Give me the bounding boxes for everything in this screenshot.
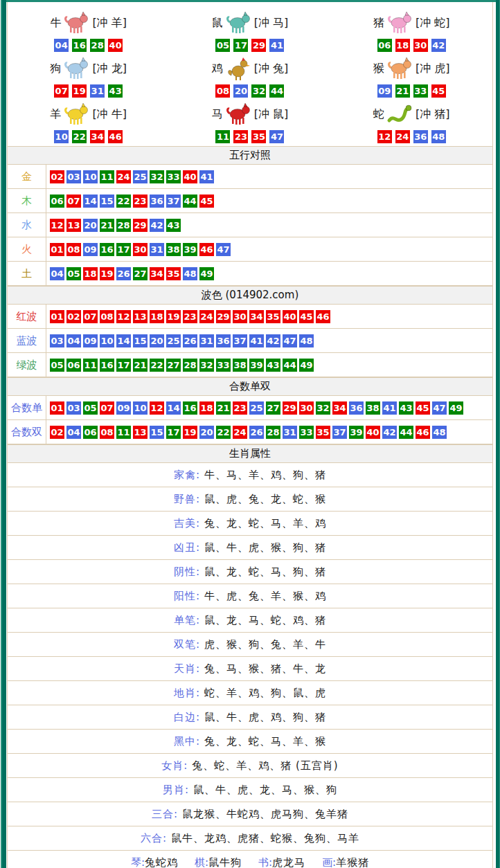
bose-row-numbers: 0102070812131819232429303435404546: [46, 305, 492, 328]
zodiac-cell: 鸡[冲 兔]08203244: [169, 53, 330, 99]
number-tile: 15: [150, 426, 164, 439]
monkey-icon: [386, 56, 414, 81]
number-tile: 42: [266, 334, 280, 347]
dog-icon: [63, 56, 91, 81]
number-tile: 05: [50, 359, 64, 372]
number-tile: 41: [269, 39, 284, 52]
attribute-label: 双笔:: [174, 638, 200, 651]
number-tile: 06: [83, 426, 98, 439]
attribute-row: 单笔: 鼠、龙、马、蛇、鸡、猪: [8, 608, 492, 633]
number-tile: 06: [50, 195, 64, 208]
qinqishuhua-label: 画:: [322, 856, 336, 868]
number-tile: 12: [50, 219, 64, 232]
number-tile: 46: [108, 130, 123, 143]
number-tile: 32: [199, 359, 214, 372]
number-tile: 33: [166, 170, 181, 183]
zodiac-clash: [冲 鼠]: [254, 107, 289, 122]
zodiac-name: 蛇: [373, 107, 384, 122]
number-tile: 41: [199, 170, 214, 183]
zodiac-icon-wrap: [386, 56, 414, 81]
attribute-value: 鼠、牛、虎、猴、狗、猪: [200, 541, 326, 554]
number-tile: 40: [183, 170, 197, 183]
number-tile: 39: [349, 426, 364, 439]
number-tile: 10: [100, 334, 114, 347]
attribute-value: 兔、龙、蛇、马、羊、猴: [200, 735, 326, 748]
number-tile: 07: [83, 310, 98, 323]
number-tile: 15: [100, 195, 114, 208]
number-tile: 17: [166, 426, 181, 439]
qinqishuhua-group: 画:羊猴猪: [322, 856, 369, 868]
zodiac-icon-wrap: [225, 10, 253, 35]
zodiac-numbers: 08203244: [215, 84, 284, 98]
zodiac-name: 牛: [50, 16, 61, 30]
number-tile: 48: [431, 130, 446, 143]
number-tile: 19: [166, 310, 181, 323]
number-tile: 13: [66, 219, 81, 232]
qinqishuhua-row: 琴:兔蛇鸡棋:鼠牛狗书:虎龙马画:羊猴猪: [8, 851, 492, 868]
number-tile: 33: [299, 426, 314, 439]
wuxing-row-label: 火: [21, 243, 32, 256]
number-tile: 10: [54, 130, 69, 143]
number-tile: 32: [251, 84, 266, 98]
attribute-value: 牛、马、羊、鸡、狗、猪: [200, 469, 326, 481]
qinqishuhua-label: 书:: [258, 856, 272, 868]
number-tile: 24: [199, 310, 214, 323]
number-tile: 01: [50, 310, 64, 323]
number-tile: 29: [251, 39, 266, 52]
number-tile: 10: [133, 401, 148, 415]
zodiac-name: 鸡: [212, 62, 223, 76]
bose-row: 红波0102070812131819232429303435404546: [8, 305, 492, 329]
number-tile: 09: [377, 84, 392, 98]
number-tile: 35: [266, 310, 280, 323]
number-tile: 08: [100, 310, 114, 323]
number-tile: 36: [216, 334, 231, 347]
attribute-value: 鼠、牛、虎、龙、马、猴、狗: [189, 784, 337, 796]
number-tile: 11: [215, 130, 230, 143]
number-tile: 26: [116, 267, 131, 280]
zodiac-name: 马: [212, 107, 223, 122]
number-tile: 04: [50, 267, 64, 280]
zodiac-icon-wrap: [386, 10, 414, 35]
number-tile: 44: [269, 84, 284, 98]
attribute-value: 鼠、虎、兔、龙、蛇、猴: [200, 493, 326, 505]
number-tile: 47: [269, 130, 284, 143]
section-header-heshu: 合数单双: [8, 377, 492, 396]
wuxing-row: 金02031011242532334041: [8, 165, 492, 189]
attribute-row: 野兽: 鼠、虎、兔、龙、蛇、猴: [8, 487, 492, 512]
number-tile: 28: [266, 426, 280, 439]
number-tile: 21: [216, 401, 231, 415]
zodiac-clash: [冲 马]: [254, 16, 289, 30]
attribute-label: 六合:: [141, 832, 167, 844]
attribute-label: 黑中:: [174, 735, 200, 748]
number-tile: 25: [249, 401, 264, 415]
qinqishuhua-value: 鼠牛狗: [208, 856, 242, 868]
heshu-row-label: 合数双: [11, 426, 42, 439]
number-tile: 47: [216, 243, 231, 256]
number-tile: 42: [150, 219, 164, 232]
wuxing-row-label-cell: 土: [8, 262, 46, 285]
heshu-row: 合数单0103050709101214161821232527293032343…: [8, 396, 492, 420]
number-tile: 48: [299, 334, 314, 347]
heshu-row: 合数双0204060811131517192022242628313335373…: [8, 420, 492, 444]
bose-rows: 红波0102070812131819232429303435404546蓝波03…: [8, 305, 492, 377]
wuxing-row-label: 金: [21, 170, 32, 183]
zodiac-cell: 羊[冲 牛]10223446: [8, 99, 169, 145]
number-tile: 07: [54, 84, 69, 98]
number-tile: 19: [183, 426, 197, 439]
number-tile: 27: [166, 359, 181, 372]
zodiac-cell: 牛[冲 羊]04162840: [8, 8, 169, 53]
number-tile: 21: [395, 84, 410, 98]
attribute-value: 兔、蛇、羊、鸡、猪 (五宫肖): [188, 759, 338, 772]
attribute-label: 男肖:: [163, 784, 189, 796]
wuxing-row-numbers: 04051819262734354849: [46, 262, 492, 285]
zodiac-cell: 猪[冲 蛇]06183042: [331, 8, 492, 53]
zodiac-numbers: 04162840: [54, 39, 123, 52]
number-tile: 29: [283, 401, 297, 415]
number-tile: 11: [83, 359, 98, 372]
number-tile: 16: [183, 401, 197, 415]
number-tile: 42: [431, 39, 446, 52]
number-tile: 23: [233, 130, 248, 143]
number-tile: 37: [166, 195, 181, 208]
zodiac-title: 鼠[冲 马]: [212, 9, 289, 37]
number-tile: 05: [66, 267, 81, 280]
